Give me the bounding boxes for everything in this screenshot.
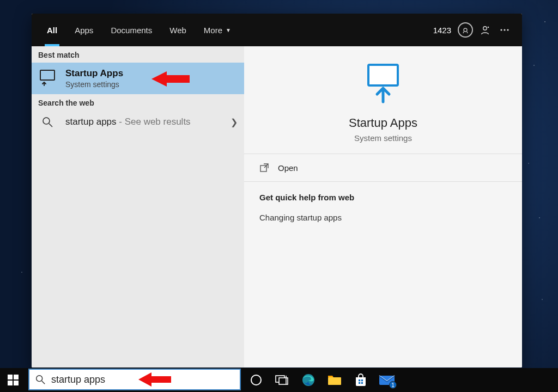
help-link-changing-startup-apps[interactable]: Changing startup apps <box>259 210 507 225</box>
tab-documents[interactable]: Documents <box>103 14 160 46</box>
svg-rect-13 <box>14 375 19 379</box>
tab-web[interactable]: Web <box>162 14 194 46</box>
svg-point-2 <box>488 27 489 28</box>
web-result-query: startup apps <box>65 117 117 127</box>
quick-help-header: Get quick help from web <box>259 193 507 202</box>
result-startup-apps[interactable]: Startup Apps System settings <box>32 63 244 94</box>
rewards-button[interactable] <box>456 20 475 40</box>
details-subtitle: System settings <box>255 133 511 143</box>
svg-rect-24 <box>328 377 341 385</box>
startup-apps-icon <box>38 69 57 88</box>
taskbar-mail[interactable]: 1 <box>374 368 400 392</box>
search-icon <box>38 116 57 128</box>
svg-rect-14 <box>8 381 13 385</box>
svg-point-4 <box>504 29 505 30</box>
svg-marker-7 <box>151 71 190 87</box>
search-scope-tabs: All Apps Documents Web More ▼ <box>39 14 239 46</box>
taskbar-edge[interactable] <box>295 368 322 392</box>
result-details-column: Startup Apps System settings Open Get qu… <box>244 46 522 367</box>
web-result-suffix: - See web results <box>117 117 191 127</box>
startup-apps-large-icon <box>364 63 402 106</box>
taskbar-search-box[interactable] <box>28 369 241 390</box>
svg-point-16 <box>37 376 43 382</box>
taskbar-file-explorer[interactable] <box>322 368 348 392</box>
search-icon <box>35 374 46 385</box>
chevron-right-icon: ❯ <box>231 117 238 127</box>
search-results-column: Best match Startup Apps System settings <box>32 46 244 367</box>
edge-icon <box>301 373 316 387</box>
windows-logo-icon <box>8 375 19 385</box>
rewards-points-label: 1423 <box>433 26 451 35</box>
task-view-icon <box>275 374 289 386</box>
result-title: Startup Apps <box>65 68 123 79</box>
svg-point-5 <box>507 29 508 30</box>
result-see-web[interactable]: startup apps - See web results ❯ <box>32 111 244 133</box>
circle-icon <box>250 373 263 387</box>
windows-search-panel: All Apps Documents Web More ▼ 1423 <box>32 14 522 367</box>
svg-point-3 <box>500 29 502 30</box>
taskbar-search-input[interactable] <box>51 374 234 385</box>
search-scope-bar: All Apps Documents Web More ▼ 1423 <box>32 14 522 46</box>
ellipsis-icon <box>499 24 510 35</box>
action-open[interactable]: Open <box>244 154 522 182</box>
shopping-bag-icon <box>354 373 368 387</box>
quick-help-block: Get quick help from web Changing startup… <box>244 182 522 236</box>
svg-rect-27 <box>359 382 360 384</box>
options-button[interactable] <box>495 20 514 40</box>
section-best-match-label: Best match <box>32 46 244 63</box>
chevron-down-icon: ▼ <box>226 27 231 33</box>
svg-rect-28 <box>361 382 363 384</box>
person-icon <box>480 24 490 35</box>
tab-more-label: More <box>204 26 222 35</box>
account-button[interactable] <box>475 20 495 40</box>
svg-point-8 <box>43 118 50 124</box>
svg-rect-15 <box>14 381 19 385</box>
tab-more[interactable]: More ▼ <box>196 14 239 46</box>
taskbar-task-view[interactable] <box>269 368 295 392</box>
start-button[interactable] <box>0 368 26 392</box>
details-hero: Startup Apps System settings <box>244 46 522 154</box>
section-search-web-label: Search the web <box>32 94 244 111</box>
svg-rect-6 <box>40 70 54 80</box>
tab-all[interactable]: All <box>39 14 65 46</box>
taskbar-cortana[interactable] <box>243 368 269 392</box>
svg-point-19 <box>251 375 261 385</box>
mail-unread-badge: 1 <box>389 381 397 389</box>
details-title: Startup Apps <box>255 116 511 130</box>
folder-icon <box>327 373 342 387</box>
svg-line-9 <box>49 124 52 127</box>
svg-rect-10 <box>368 65 398 85</box>
taskbar: 1 <box>0 368 558 392</box>
open-icon <box>259 163 269 173</box>
svg-point-0 <box>464 28 467 32</box>
svg-rect-26 <box>361 379 363 381</box>
annotation-arrow-1 <box>151 69 190 89</box>
svg-line-17 <box>42 381 45 384</box>
svg-point-1 <box>483 27 487 30</box>
svg-rect-25 <box>359 379 360 381</box>
result-subtitle: System settings <box>65 80 123 89</box>
medal-icon <box>458 22 473 38</box>
svg-rect-12 <box>8 375 13 379</box>
action-open-label: Open <box>278 163 298 173</box>
taskbar-store[interactable] <box>348 368 374 392</box>
tab-apps[interactable]: Apps <box>67 14 101 46</box>
